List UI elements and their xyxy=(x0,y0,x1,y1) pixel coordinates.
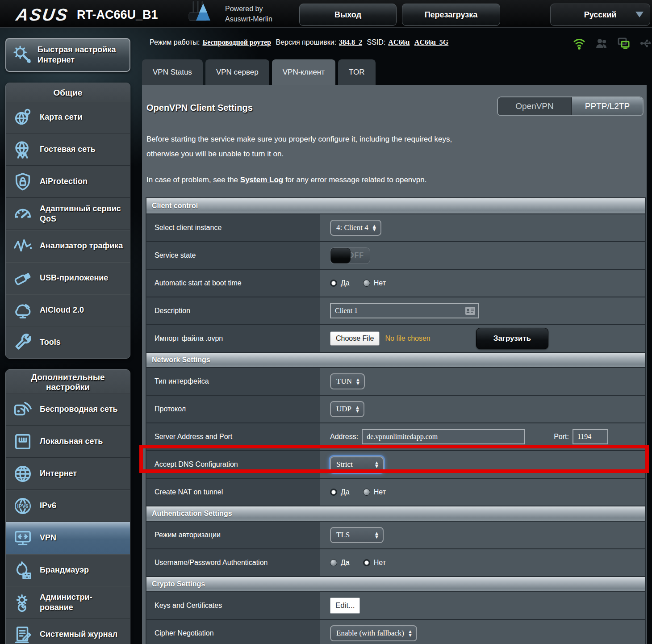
settings-table: Client control Select client instance 4:… xyxy=(146,197,646,644)
sidebar-item-tools[interactable]: Tools xyxy=(6,326,130,358)
sidebar-item-firewall[interactable]: Брандмауэр xyxy=(6,554,130,586)
client-list-icon[interactable] xyxy=(465,306,476,317)
row-protocol: Протокол UDP xyxy=(146,395,645,422)
sidebar-section-title: Дополнительные настройки xyxy=(6,370,130,393)
select-arrows-icon xyxy=(356,406,359,413)
globe-icon xyxy=(12,463,33,485)
pptp-l2tp-type-button[interactable]: PPTP/L2TP xyxy=(571,97,643,115)
sidebar-item-vpn[interactable]: VPN xyxy=(6,522,130,554)
powered-by-text: Powered by Asuswrt-Merlin xyxy=(225,4,272,24)
sidebar-item-wireless[interactable]: Беспроводная сеть xyxy=(6,393,130,425)
system-log-link[interactable]: System Log xyxy=(240,176,283,184)
row-select-client-instance: Select client instance 4: Client 4 xyxy=(146,213,645,241)
sidebar-section-title: Общие xyxy=(6,83,130,101)
tab-vpn-server[interactable]: VPN сервер xyxy=(205,59,269,85)
lan-port-icon xyxy=(12,431,33,452)
section-header-authentication: Authentication Settings xyxy=(146,506,645,521)
select-arrows-icon xyxy=(375,531,378,539)
vpn-type-segmented-control: OpenVPN PPTP/L2TP xyxy=(497,96,644,116)
auth-mode-select[interactable]: TLS xyxy=(330,527,384,543)
traffic-analyzer-icon xyxy=(12,235,33,257)
row-import-ovpn: Импорт файла .ovpn Choose File No file c… xyxy=(146,324,645,352)
row-description: Description xyxy=(146,297,645,324)
choose-file-button[interactable]: Choose File xyxy=(330,331,380,346)
server-port-input[interactable] xyxy=(573,429,608,444)
row-auth-mode: Режим авторизации TLS xyxy=(146,521,645,548)
cipher-negotiation-select[interactable]: Enable (with fallback) xyxy=(330,625,417,641)
chevron-down-icon xyxy=(635,12,644,17)
wrench-icon xyxy=(12,332,33,353)
router-illustration-icon xyxy=(176,1,221,29)
status-icons xyxy=(573,37,652,50)
reboot-button[interactable]: Перезагрузка xyxy=(402,4,500,26)
section-header-client-control: Client control xyxy=(146,198,645,213)
interface-type-select[interactable]: TUN xyxy=(330,373,365,389)
sidebar-item-guest-network[interactable]: Гостевая сеть xyxy=(6,133,130,165)
network-map-icon xyxy=(12,107,33,128)
sidebar-item-administration[interactable]: Администри- рование xyxy=(6,586,130,618)
quick-internet-setup-button[interactable]: Быстрая настройка Интернет xyxy=(5,38,130,72)
section-header-network-settings: Network Settings xyxy=(146,352,645,367)
sidebar-item-ipv6[interactable]: IPV6 IPv6 xyxy=(6,489,130,522)
auto-start-no-radio[interactable] xyxy=(363,280,370,287)
ssid-label: SSID: xyxy=(367,38,386,46)
cloud-icon xyxy=(12,300,33,321)
service-state-toggle[interactable]: OFF xyxy=(330,247,370,264)
tab-vpn-status[interactable]: VPN Status xyxy=(142,59,203,85)
sidebar-item-network-map[interactable]: Карта сети xyxy=(6,101,130,133)
sidebar-section-advanced: Дополнительные настройки Беспроводная се… xyxy=(5,369,130,644)
page-title: OpenVPN Client Settings xyxy=(146,103,253,113)
file-status-text: No file chosen xyxy=(385,335,430,343)
row-service-state: Service state OFF xyxy=(146,241,645,269)
nat-no-radio[interactable] xyxy=(363,489,370,496)
tab-vpn-client[interactable]: VPN-клиент xyxy=(272,59,335,85)
tab-tor[interactable]: TOR xyxy=(338,59,376,85)
openvpn-type-button[interactable]: OpenVPN xyxy=(498,97,571,115)
description-input[interactable] xyxy=(330,303,479,318)
sidebar-item-wan[interactable]: Интернет xyxy=(6,457,130,489)
userpass-no-radio[interactable] xyxy=(363,559,370,566)
shield-lock-icon xyxy=(12,171,33,192)
sidebar-item-traffic-analyzer[interactable]: Анализатор трафика xyxy=(6,230,130,262)
section-header-crypto: Crypto Settings xyxy=(146,576,645,591)
ipv6-icon: IPV6 xyxy=(12,495,33,517)
wifi-status-icon[interactable] xyxy=(573,37,585,50)
language-value: Русский xyxy=(584,10,617,20)
mode-label: Режим работы: xyxy=(150,38,200,46)
sidebar-item-system-log[interactable]: Системный журнал xyxy=(6,618,130,644)
userpass-yes-radio[interactable] xyxy=(330,559,337,566)
nat-yes-radio[interactable] xyxy=(330,489,337,496)
devices-status-icon[interactable] xyxy=(618,37,630,50)
server-address-input[interactable] xyxy=(362,429,525,444)
vpn-monitor-icon xyxy=(12,527,33,549)
language-select[interactable]: Русский xyxy=(550,4,650,26)
auto-start-yes-radio[interactable] xyxy=(330,280,337,287)
firmware-version-link[interactable]: 384.8_2 xyxy=(339,38,362,46)
sidebar-item-adaptive-qos[interactable]: Адаптивный сервис QoS xyxy=(6,197,130,230)
sidebar-item-usb-application[interactable]: USB-приложение xyxy=(6,262,130,294)
sidebar-item-aiprotection[interactable]: AiProtection xyxy=(6,165,130,197)
ssid-5g-link[interactable]: AC66u_5G xyxy=(414,38,448,46)
firewall-flame-icon xyxy=(12,560,33,581)
select-arrows-icon xyxy=(373,224,376,231)
sidebar-item-lan[interactable]: Локальная сеть xyxy=(6,425,130,457)
protocol-select[interactable]: UDP xyxy=(330,401,364,417)
client-instance-select[interactable]: 4: Client 4 xyxy=(330,220,381,236)
ssid-2g-link[interactable]: AC66u xyxy=(388,38,410,46)
row-server-address-port: Server Address and Port Address: Port: xyxy=(146,422,645,450)
row-create-nat: Create NAT on tunnel Да Нет xyxy=(146,478,645,506)
upload-button[interactable]: Загрузить xyxy=(476,328,548,349)
accept-dns-select[interactable]: Strict xyxy=(330,456,384,473)
row-userpass-auth: Username/Password Authentication Да Нет xyxy=(146,548,645,576)
qos-gauge-icon xyxy=(12,203,33,225)
top-bar: ASUS RT-AC66U_B1 Powered by Asuswrt-Merl… xyxy=(0,0,652,28)
status-bar: Режим работы:Беспроводной роутер Версия … xyxy=(150,38,451,46)
usb-drive-icon xyxy=(12,268,33,289)
logout-button[interactable]: Выход xyxy=(299,4,397,26)
sidebar-item-aicloud[interactable]: AiCloud 2.0 xyxy=(6,294,130,326)
usb-status-icon[interactable] xyxy=(640,37,652,50)
operation-mode-link[interactable]: Беспроводной роутер xyxy=(203,38,271,46)
edit-keys-button[interactable]: Edit... xyxy=(330,598,360,614)
clients-status-icon[interactable] xyxy=(595,37,608,50)
wireless-icon xyxy=(12,399,33,420)
